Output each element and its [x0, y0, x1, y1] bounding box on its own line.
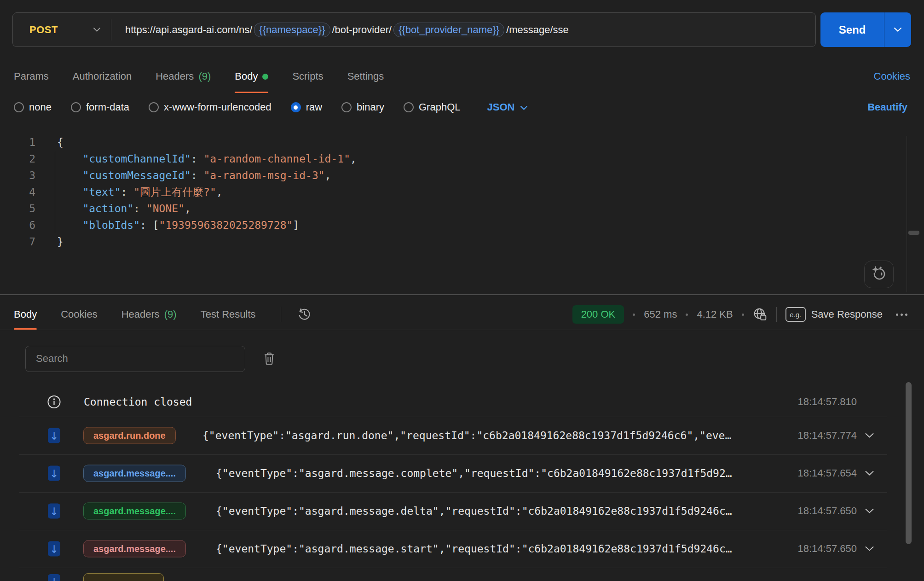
- event-timestamp: 18:14:57.650: [798, 505, 857, 517]
- send-options-caret[interactable]: [884, 12, 911, 47]
- request-body-editor[interactable]: 1{2 "customChannelId": "a-random-channel…: [0, 131, 924, 294]
- request-url-row: POST https://api.asgard-ai.com/ns/{{name…: [12, 12, 911, 47]
- tab-body[interactable]: Body: [235, 60, 268, 93]
- download-arrow-icon[interactable]: ↓: [48, 428, 60, 443]
- language-select[interactable]: JSON: [487, 101, 528, 113]
- postbot-button[interactable]: [864, 261, 894, 288]
- postman-window: POST https://api.asgard-ai.com/ns/{{name…: [0, 0, 924, 581]
- list-scrollbar-thumb[interactable]: [906, 382, 912, 544]
- token-punct: }: [57, 236, 64, 248]
- token-key: "customChannelId": [82, 153, 191, 165]
- expand-chevron-icon[interactable]: [865, 433, 874, 438]
- cookies-link[interactable]: Cookies: [874, 70, 910, 82]
- method-dropdown[interactable]: POST: [13, 24, 111, 36]
- tab-headers[interactable]: Headers(9): [156, 60, 211, 93]
- token-punct: {: [57, 136, 64, 148]
- editor-scroll-thumb[interactable]: [908, 231, 919, 235]
- tab-params[interactable]: Params: [14, 60, 49, 93]
- save-response-button[interactable]: e.g. Save Response: [785, 307, 883, 322]
- unsaved-dot: [262, 74, 268, 80]
- event-type-badge[interactable]: asgard.message....: [83, 540, 186, 558]
- line-number: 3: [0, 169, 35, 181]
- event-row[interactable]: ↓asgard.message....{"eventType":"asgard.…: [0, 454, 924, 492]
- chevron-down-icon: [520, 101, 528, 113]
- tab-scripts[interactable]: Scripts: [292, 60, 323, 93]
- url-variable: {{namespace}}: [254, 23, 330, 37]
- history-icon[interactable]: [297, 307, 312, 322]
- editor-line: 4 "text": "圖片上有什麼?",: [0, 184, 924, 200]
- tab-label: Headers: [121, 308, 160, 320]
- download-arrow-icon[interactable]: ↓: [48, 541, 60, 557]
- event-list: Connection closed18:14:57.810↓asgard.run…: [0, 383, 924, 581]
- response-size: 4.12 KB: [697, 308, 733, 320]
- send-button[interactable]: Send: [820, 12, 911, 47]
- editor-scroll-track: [907, 136, 907, 292]
- event-type-badge[interactable]: [83, 573, 164, 581]
- trash-icon[interactable]: [263, 352, 276, 366]
- radio-circle: [291, 102, 301, 112]
- chevron-down-icon: [93, 27, 101, 32]
- line-code: "action": "NONE",: [57, 203, 191, 215]
- tab-authorization[interactable]: Authorization: [73, 60, 132, 93]
- console-row[interactable]: Connection closed18:14:57.810: [0, 383, 924, 421]
- event-timestamp: 18:14:57.774: [798, 430, 857, 442]
- url-segment: https://api.asgard-ai.com/ns/: [125, 24, 252, 36]
- token-punct: ,: [325, 169, 331, 181]
- more-options-icon[interactable]: [896, 314, 907, 316]
- download-arrow-icon[interactable]: ↓: [48, 466, 60, 481]
- download-arrow-icon[interactable]: ↓: [48, 504, 60, 519]
- send-button-label[interactable]: Send: [820, 12, 884, 47]
- network-globe-icon[interactable]: [753, 307, 768, 322]
- radio-x-www-form-urlencoded[interactable]: x-www-form-urlencoded: [149, 101, 271, 113]
- radio-label: none: [29, 101, 52, 113]
- tab-headers[interactable]: Headers(9): [121, 299, 177, 330]
- editor-line: 7}: [0, 233, 924, 250]
- tab-settings[interactable]: Settings: [347, 60, 384, 93]
- radio-form-data[interactable]: form-data: [71, 101, 129, 113]
- event-row[interactable]: ↓asgard.message....{"eventType":"asgard.…: [0, 530, 924, 568]
- expand-chevron-icon[interactable]: [865, 471, 874, 476]
- response-meta: 200 OK 652 ms 4.12 KB e.g. Save Response: [572, 305, 907, 324]
- radio-label: x-www-form-urlencoded: [164, 101, 271, 113]
- beautify-link[interactable]: Beautify: [867, 101, 907, 113]
- radio-graphql[interactable]: GraphQL: [404, 101, 461, 113]
- radio-circle: [404, 102, 414, 112]
- tab-label: Body: [14, 308, 37, 320]
- token-punct: :: [121, 186, 133, 198]
- line-number: 6: [0, 219, 35, 231]
- request-tabs: ParamsAuthorizationHeaders(9)BodyScripts…: [14, 60, 910, 93]
- status-badge[interactable]: 200 OK: [572, 305, 624, 324]
- expand-chevron-icon[interactable]: [865, 546, 874, 552]
- event-type-badge[interactable]: asgard.message....: [83, 465, 186, 482]
- token-str: "圖片上有什麼?": [133, 186, 216, 198]
- expand-chevron-icon[interactable]: [865, 508, 874, 514]
- event-row[interactable]: ↓asgard.message....{"eventType":"asgard.…: [0, 492, 924, 530]
- radio-raw[interactable]: raw: [291, 101, 322, 113]
- radio-label: form-data: [86, 101, 129, 113]
- radio-circle: [341, 102, 352, 112]
- tab-body[interactable]: Body: [14, 299, 37, 330]
- search-input[interactable]: [25, 346, 245, 372]
- event-row[interactable]: ↓: [0, 568, 924, 581]
- tab-cookies[interactable]: Cookies: [61, 299, 97, 330]
- line-code: "text": "圖片上有什麼?",: [57, 185, 223, 199]
- console-message: Connection closed: [84, 396, 192, 408]
- token-str: "1939596382025289728": [159, 219, 293, 231]
- token-punct: :: [191, 153, 204, 165]
- history-group: [281, 307, 312, 322]
- radio-none[interactable]: none: [14, 101, 52, 113]
- token-str: "NONE": [146, 203, 185, 215]
- token-str: "a-random-msg-id-3": [204, 169, 325, 181]
- tab-test-results[interactable]: Test Results: [201, 299, 256, 330]
- download-arrow-icon[interactable]: ↓: [48, 574, 60, 581]
- radio-binary[interactable]: binary: [341, 101, 384, 113]
- event-row[interactable]: ↓asgard.run.done{"eventType":"asgard.run…: [0, 417, 924, 454]
- url-text[interactable]: https://api.asgard-ai.com/ns/{{namespace…: [111, 23, 569, 37]
- token-punct: ,: [350, 153, 357, 165]
- url-input[interactable]: POST https://api.asgard-ai.com/ns/{{name…: [12, 12, 816, 47]
- event-type-badge[interactable]: asgard.message....: [83, 503, 186, 520]
- token-key: "text": [82, 186, 121, 198]
- panel-divider[interactable]: [0, 294, 924, 295]
- tab-label: Scripts: [292, 70, 323, 82]
- event-type-badge[interactable]: asgard.run.done: [83, 427, 176, 444]
